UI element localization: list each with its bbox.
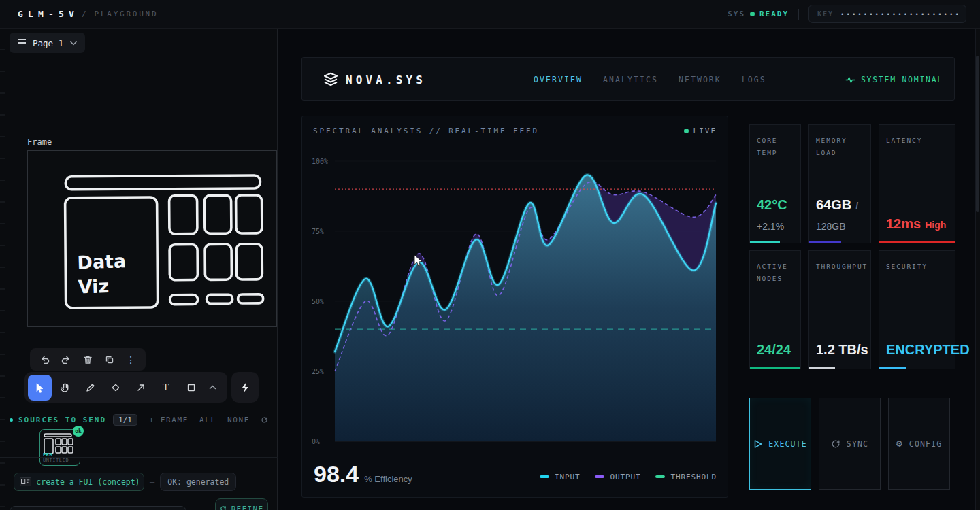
duplicate-button[interactable] xyxy=(99,350,120,369)
shape-tool[interactable] xyxy=(179,375,203,401)
zap-icon xyxy=(240,381,250,394)
text-tool[interactable]: T xyxy=(154,375,178,401)
legend-threshold[interactable]: THRESHOLD xyxy=(655,473,717,481)
dashboard-brand: NOVA.SYS xyxy=(346,73,426,86)
system-status-label: SYSTEM NOMINAL xyxy=(861,75,943,84)
prompt-thumbnail-icon xyxy=(20,477,31,487)
sys-status-group: SYS READY xyxy=(728,10,789,18)
top-bar: GLM-5V / PLAYGROUND SYS READY KEY ••••••… xyxy=(0,0,980,29)
pencil-tool[interactable] xyxy=(78,375,102,401)
ok-badge: ok xyxy=(73,426,84,437)
refine-label: REFINE xyxy=(231,505,264,510)
svg-text:25%: 25% xyxy=(312,368,324,375)
scrollbar-thumb[interactable] xyxy=(976,56,979,212)
sources-label: SOURCES TO SEND xyxy=(18,415,106,424)
sys-ready-dot xyxy=(750,12,755,16)
source-thumbnail[interactable]: ok FRM UNTITLED xyxy=(39,429,80,466)
more-tools-button[interactable] xyxy=(204,375,220,401)
sketch-text-line1: Data xyxy=(77,250,127,273)
wireframe-sketch: Data Viz xyxy=(28,151,276,326)
select-none-button[interactable]: NONE xyxy=(227,415,250,424)
add-frame-button[interactable]: + FRAME xyxy=(149,415,189,424)
frame-label: Frame xyxy=(27,137,52,147)
edit-toolbar: ⋮ xyxy=(30,348,146,371)
draw-toolbar: T xyxy=(24,372,227,403)
scrollbar[interactable] xyxy=(975,29,980,510)
chart-legend: INPUT OUTPUT THRESHOLD xyxy=(540,473,717,481)
sources-count-badge: 1/1 xyxy=(113,414,137,426)
tab-analytics[interactable]: ANALYTICS xyxy=(603,75,658,84)
stat-card-latency: LATENCY 12msHigh xyxy=(879,124,956,243)
spectral-chart: 100%75%50%25%0% xyxy=(312,152,720,447)
svg-text:50%: 50% xyxy=(312,298,324,305)
sketch-topbar xyxy=(65,175,260,190)
live-indicator: LIVE xyxy=(684,126,717,135)
accent-bar xyxy=(879,367,906,369)
svg-text:0%: 0% xyxy=(312,438,320,445)
tab-overview[interactable]: OVERVIEW xyxy=(534,75,583,84)
refresh-icon[interactable] xyxy=(261,416,268,424)
arrow-tool[interactable] xyxy=(129,375,152,401)
prompt-input[interactable]: create a FUI (concept) f… xyxy=(14,473,144,491)
generate-button[interactable] xyxy=(231,372,259,403)
live-label: LIVE xyxy=(693,126,717,135)
config-button[interactable]: ⚙ CONFIG xyxy=(888,398,950,490)
sync-icon xyxy=(831,439,840,449)
sync-button[interactable]: SYNC xyxy=(819,398,881,490)
eraser-tool[interactable] xyxy=(103,375,127,401)
gear-icon: ⚙ xyxy=(896,439,903,449)
legend-input[interactable]: INPUT xyxy=(540,473,581,481)
dashboard-header: NOVA.SYS OVERVIEW ANALYTICS NETWORK LOGS… xyxy=(301,57,955,101)
tab-logs[interactable]: LOGS xyxy=(742,75,766,84)
svg-text:75%: 75% xyxy=(312,228,324,235)
sketch-text-line2: Viz xyxy=(78,275,109,298)
sources-section: SOURCES TO SEND 1/1 + FRAME ALL NONE xyxy=(10,414,268,426)
sources-dot xyxy=(10,418,13,422)
stat-card-security: SECURITY ENCRYPTED xyxy=(879,250,956,369)
canvas-panel: Page 1 Frame Data Viz ⋮ xyxy=(0,29,278,510)
prompt-section: create a FUI (concept) f… – OK: generate… xyxy=(14,473,236,491)
preview-pane: NOVA.SYS OVERVIEW ANALYTICS NETWORK LOGS… xyxy=(278,29,980,510)
efficiency-label: % Efficiency xyxy=(364,474,412,484)
legend-output[interactable]: OUTPUT xyxy=(595,473,640,481)
select-all-button[interactable]: ALL xyxy=(199,415,216,424)
sync-label: SYNC xyxy=(847,439,868,449)
efficiency-value: 98.4 xyxy=(314,461,359,488)
ruler-ticks xyxy=(0,29,5,510)
redo-button[interactable] xyxy=(56,350,78,369)
accent-bar xyxy=(809,241,841,243)
accent-bar xyxy=(879,241,955,243)
chart-title: SPECTRAL ANALYSIS // REAL-TIME FEED xyxy=(313,126,539,135)
delete-button[interactable] xyxy=(77,350,99,369)
sys-label: SYS xyxy=(728,10,745,18)
breadcrumb: / PLAYGROUND xyxy=(82,10,158,18)
refine-button[interactable]: REFINE xyxy=(215,498,268,510)
execute-button[interactable]: EXECUTE xyxy=(749,398,811,490)
tab-network[interactable]: NETWORK xyxy=(679,75,721,84)
accent-bar xyxy=(750,367,800,369)
undo-button[interactable] xyxy=(34,350,56,369)
pulse-icon xyxy=(845,75,855,84)
stat-card-core-temp: CORE TEMP 42°C +2.1% xyxy=(749,124,801,243)
hand-tool[interactable] xyxy=(53,375,77,401)
prompt-text: create a FUI (concept) f… xyxy=(36,477,138,487)
page-selector[interactable]: Page 1 xyxy=(10,33,85,53)
stat-card-memory-load: MEMORY LOAD 64GB/ 128GB xyxy=(808,124,871,243)
spectral-analysis-panel: SPECTRAL ANALYSIS // REAL-TIME FEED LIVE… xyxy=(301,116,728,498)
divider xyxy=(798,9,799,20)
stats-grid: CORE TEMP 42°C +2.1% MEMORY LOAD 64GB/ 1… xyxy=(749,124,956,369)
thumbnail-caption: FRM UNTITLED xyxy=(43,452,80,463)
layers-icon xyxy=(323,71,339,88)
stat-card-throughput: THROUGHPUT 1.2 TB/s xyxy=(808,250,871,369)
config-label: CONFIG xyxy=(909,439,942,449)
refresh-icon xyxy=(220,505,227,510)
page-label: Page 1 xyxy=(33,38,63,48)
live-dot xyxy=(684,129,689,133)
api-key-field[interactable]: KEY ••••••••••••••••••••••••••• xyxy=(808,5,966,23)
sketch-frame[interactable]: Data Viz xyxy=(27,150,277,327)
dashboard-tabs: OVERVIEW ANALYTICS NETWORK LOGS xyxy=(534,75,766,84)
svg-text:100%: 100% xyxy=(312,158,328,165)
select-tool[interactable] xyxy=(28,375,52,401)
more-options-button[interactable]: ⋮ xyxy=(120,350,142,369)
accent-bar xyxy=(809,367,835,369)
